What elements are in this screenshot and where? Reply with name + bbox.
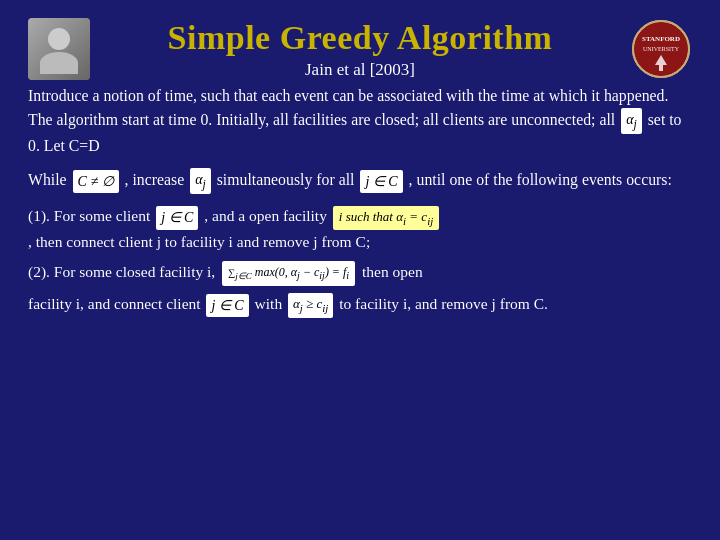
header: Simple Greedy Algorithm Jain et al [2003…: [28, 18, 692, 80]
event1-jC-box: j ∈ C: [156, 206, 198, 230]
slide-subtitle: Jain et al [2003]: [100, 60, 620, 80]
event1-prefix: (1). For some client: [28, 207, 150, 224]
svg-rect-4: [659, 65, 663, 71]
svg-text:STANFORD: STANFORD: [642, 35, 680, 43]
while-section: While C ≠ ∅ , increase αj simultaneously…: [28, 168, 692, 195]
stanford-logo: STANFORD UNIVERSITY: [630, 18, 692, 80]
content: Introduce a notion of time, such that ea…: [28, 84, 692, 318]
svg-text:UNIVERSITY: UNIVERSITY: [643, 46, 680, 52]
while-neq-box: C ≠ ∅: [73, 170, 119, 193]
event1-highlight-box: i such that αi = cij: [333, 206, 439, 230]
title-block: Simple Greedy Algorithm Jain et al [2003…: [100, 18, 620, 79]
intro-paragraph: Introduce a notion of time, such that ea…: [28, 84, 692, 158]
while-end: simultaneously for all: [217, 171, 355, 188]
event3-mid: with: [255, 295, 283, 312]
while-jC-box: j ∈ C: [360, 170, 402, 193]
event3-section: facility i, and connect client j ∈ C wit…: [28, 292, 692, 318]
event3-jC-box: j ∈ C: [206, 294, 248, 318]
event1-mid: , and a open facility: [204, 207, 327, 224]
intro-text-1: Introduce a notion of time, such that ea…: [28, 87, 668, 128]
avatar: [28, 18, 90, 80]
event2-sum-box: ∑j∈C max(0, αj − cij) = fi: [222, 261, 355, 286]
event2-end: then open: [362, 263, 423, 280]
slide: Simple Greedy Algorithm Jain et al [2003…: [0, 0, 720, 540]
while-until: , until one of the following events occu…: [409, 171, 672, 188]
while-prefix: While: [28, 171, 67, 188]
while-alpha-box: αj: [190, 168, 211, 194]
event3-end: to facility i, and remove j from C.: [339, 295, 548, 312]
event3-alpha-box: αj ≥ cij: [288, 293, 333, 317]
intro-alpha-box: αj: [621, 108, 642, 134]
event3-prefix: facility i, and connect client: [28, 295, 201, 312]
event2-section: (2). For some closed facility i, ∑j∈C ma…: [28, 260, 692, 286]
event1-end: , then connect client j to facility i an…: [28, 233, 370, 250]
event2-prefix: (2). For some closed facility i,: [28, 263, 215, 280]
while-middle: , increase: [125, 171, 185, 188]
slide-title: Simple Greedy Algorithm: [100, 18, 620, 57]
event1-section: (1). For some client j ∈ C , and a open …: [28, 204, 692, 254]
